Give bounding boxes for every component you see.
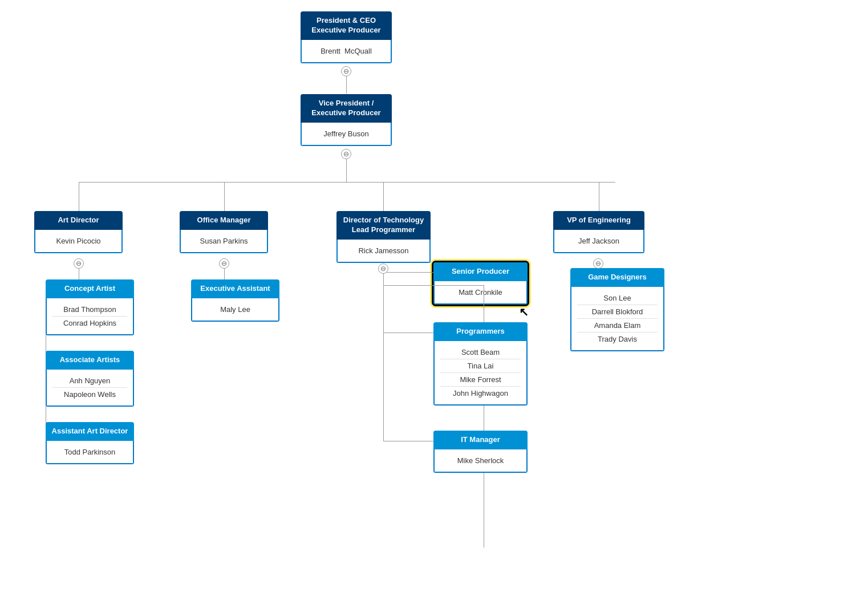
senior-producer-header: Senior Producer	[433, 262, 528, 281]
senior-producer-node[interactable]: Senior Producer Matt Cronkile	[433, 262, 528, 305]
asst-art-dir-person: Todd Parkinson	[52, 445, 127, 459]
concept-artist-header: Concept Artist	[46, 279, 134, 298]
exec-assistant-body: Maly Lee	[191, 298, 279, 322]
programmers-person-3: Mike Forrest	[440, 373, 521, 387]
art-director-collapse-btn[interactable]: ⊖	[74, 258, 84, 269]
art-director-node[interactable]: Art Director Kevin Picocio	[34, 211, 123, 253]
assoc-artists-node[interactable]: Associate Artists Anh Nguyen Napoleon We…	[46, 351, 134, 407]
assoc-artists-person-2: Napoleon Wells	[52, 388, 127, 401]
office-manager-collapse-btn[interactable]: ⊖	[219, 258, 229, 269]
it-manager-header: IT Manager	[433, 431, 528, 449]
exec-assistant-node[interactable]: Executive Assistant Maly Lee	[191, 279, 279, 322]
office-manager-node[interactable]: Office Manager Susan Parkins	[180, 211, 268, 253]
concept-artist-person-1: Brad Thompson	[52, 303, 127, 317]
it-manager-body: Mike Sherlock	[433, 449, 528, 473]
ceo-collapse-btn[interactable]: ⊖	[341, 66, 351, 76]
org-chart: President & CEOExecutive Producer Brentt…	[0, 0, 868, 23]
office-manager-body: Susan Parkins	[180, 230, 268, 253]
concept-artist-person-2: Conrad Hopkins	[52, 317, 127, 330]
exec-assistant-header: Executive Assistant	[191, 279, 279, 298]
programmers-person-1: Scott Beam	[440, 346, 521, 359]
programmers-body: Scott Beam Tina Lai Mike Forrest John Hi…	[433, 341, 528, 406]
vp-eng-person: Jeff Jackson	[560, 234, 638, 248]
ceo-header: President & CEOExecutive Producer	[301, 11, 392, 40]
vp-eng-body: Jeff Jackson	[553, 230, 644, 253]
programmers-node[interactable]: Programmers Scott Beam Tina Lai Mike For…	[433, 322, 528, 406]
asst-art-dir-body: Todd Parkinson	[46, 441, 134, 464]
concept-artist-node[interactable]: Concept Artist Brad Thompson Conrad Hopk…	[46, 279, 134, 335]
game-designers-node[interactable]: Game Designers Son Lee Darrell Blokford …	[570, 268, 664, 351]
vp-exec-collapse-btn[interactable]: ⊖	[341, 149, 351, 159]
dot-person: Rick Jamesson	[343, 244, 424, 257]
asst-art-dir-header: Assistant Art Director	[46, 422, 134, 441]
vp-exec-body: Jeffrey Buson	[301, 123, 392, 146]
ceo-node[interactable]: President & CEOExecutive Producer Brentt…	[301, 11, 392, 63]
ceo-person: Brentt McQuall	[307, 44, 385, 58]
move-cursor-icon: ↖	[519, 305, 529, 319]
programmers-person-4: John Highwagon	[440, 387, 521, 400]
dot-collapse-btn[interactable]: ⊖	[378, 263, 388, 274]
vp-eng-collapse-btn[interactable]: ⊖	[593, 258, 603, 269]
vp-exec-person: Jeffrey Buson	[307, 127, 385, 140]
game-designers-header: Game Designers	[570, 268, 664, 287]
programmers-header: Programmers	[433, 322, 528, 341]
vp-exec-header: Vice President /Executive Producer	[301, 94, 392, 123]
ceo-body: Brentt McQuall	[301, 40, 392, 63]
it-manager-person: Mike Sherlock	[440, 454, 521, 467]
dot-header: Director of TechnologyLead Programmer	[336, 211, 431, 240]
game-designers-person-1: Son Lee	[577, 291, 658, 305]
assoc-artists-header: Associate Artists	[46, 351, 134, 370]
art-director-header: Art Director	[34, 211, 123, 230]
assoc-artists-body: Anh Nguyen Napoleon Wells	[46, 370, 134, 407]
vp-eng-node[interactable]: VP of Engineering Jeff Jackson	[553, 211, 644, 253]
concept-artist-body: Brad Thompson Conrad Hopkins	[46, 298, 134, 335]
vp-exec-node[interactable]: Vice President /Executive Producer Jeffr…	[301, 94, 392, 146]
office-manager-header: Office Manager	[180, 211, 268, 230]
it-manager-node[interactable]: IT Manager Mike Sherlock	[433, 431, 528, 473]
exec-assistant-person: Maly Lee	[198, 303, 273, 316]
asst-art-dir-node[interactable]: Assistant Art Director Todd Parkinson	[46, 422, 134, 464]
office-manager-person: Susan Parkins	[186, 234, 261, 248]
senior-producer-person: Matt Cronkile	[440, 286, 521, 299]
art-director-body: Kevin Picocio	[34, 230, 123, 253]
game-designers-body: Son Lee Darrell Blokford Amanda Elam Tra…	[570, 287, 664, 351]
game-designers-person-3: Amanda Elam	[577, 319, 658, 333]
vp-eng-header: VP of Engineering	[553, 211, 644, 230]
programmers-person-2: Tina Lai	[440, 359, 521, 373]
dot-body: Rick Jamesson	[336, 240, 431, 263]
dot-node[interactable]: Director of TechnologyLead Programmer Ri…	[336, 211, 431, 263]
game-designers-person-4: Trady Davis	[577, 333, 658, 346]
art-director-person: Kevin Picocio	[41, 234, 116, 248]
assoc-artists-person-1: Anh Nguyen	[52, 374, 127, 388]
game-designers-person-2: Darrell Blokford	[577, 305, 658, 319]
